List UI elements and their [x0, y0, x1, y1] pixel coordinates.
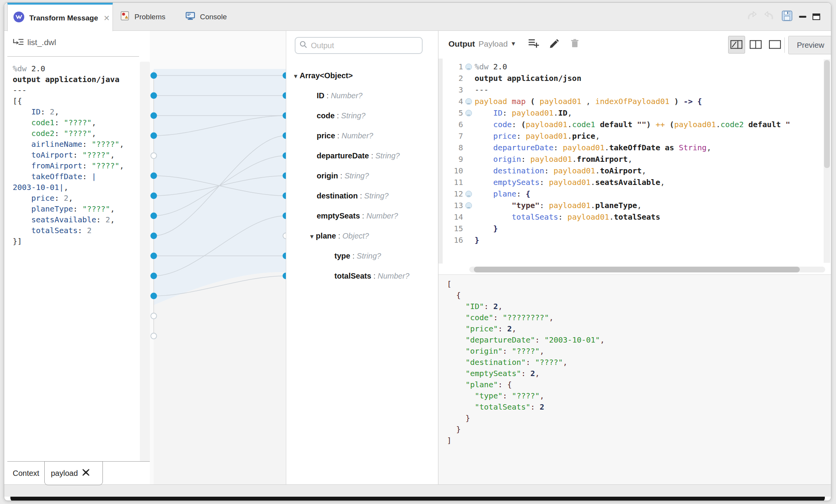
- mapping-port-left-code2[interactable]: [151, 133, 157, 139]
- editor-line: 5 ID: payload01.ID,: [438, 107, 824, 119]
- maximize-icon[interactable]: [812, 13, 820, 20]
- editor-line: 4payload map ( payload01 , indexOfPayloa…: [438, 96, 824, 107]
- payload-selector[interactable]: Payload: [478, 39, 508, 49]
- chevron-down-icon[interactable]: ▾: [512, 39, 515, 48]
- tree-key: type: [334, 252, 350, 260]
- tree-row-id[interactable]: ID : Number?: [286, 86, 436, 106]
- mapping-port-left-unmapped-2[interactable]: [151, 333, 157, 339]
- horizontal-scrollbar[interactable]: [469, 267, 825, 272]
- scrollbar-thumb[interactable]: [824, 60, 830, 168]
- source-line: ID: 2,: [13, 106, 140, 117]
- tree-row-departuredate[interactable]: departureDate : String?: [286, 146, 436, 166]
- token: .: [554, 108, 558, 118]
- token: "type": [475, 391, 502, 400]
- tree-key: origin: [317, 171, 338, 180]
- token: }: [493, 224, 498, 233]
- tree-key: code: [317, 111, 335, 120]
- token: "????": [82, 150, 110, 160]
- tree-row-plane[interactable]: ▼plane : Object?: [286, 226, 436, 246]
- token: [13, 118, 31, 127]
- tree-row-origin[interactable]: origin : String?: [286, 166, 436, 186]
- token: ,: [110, 204, 115, 213]
- token: ,: [110, 215, 115, 224]
- mapping-port-left-unmapped-1[interactable]: [151, 313, 157, 319]
- token: "plane": [465, 380, 498, 389]
- mapping-port-left-ID[interactable]: [151, 92, 157, 99]
- tree-row-destination[interactable]: destination : String?: [286, 186, 436, 206]
- fold-spacer: [465, 84, 475, 96]
- tree-search-input[interactable]: Output: [295, 37, 423, 54]
- token: :: [521, 369, 530, 378]
- tree-row-emptyseats[interactable]: emptySeats : Number?: [286, 206, 436, 226]
- expander-icon[interactable]: ▼: [293, 73, 299, 79]
- fold-toggle-icon[interactable]: [465, 188, 475, 200]
- tab-payload[interactable]: payload: [44, 461, 103, 485]
- tab-problems[interactable]: Problems: [117, 3, 165, 31]
- source-scrollbar[interactable]: [140, 62, 150, 462]
- editor-lines: 1%dw 2.02output application/json3---4pay…: [438, 61, 824, 246]
- token: as: [665, 143, 674, 152]
- expander-icon[interactable]: ▼: [309, 233, 315, 240]
- redo-icon[interactable]: [764, 10, 775, 23]
- view-single-button[interactable]: [767, 36, 784, 54]
- token: [475, 143, 493, 152]
- token: code2: [31, 129, 54, 138]
- token: ,: [69, 193, 73, 203]
- mapping-port-left-planeType[interactable]: [151, 253, 157, 259]
- mapping-port-left-seatsAvailable[interactable]: [151, 273, 157, 279]
- token: output: [13, 75, 40, 84]
- scrollbar-thumb[interactable]: [474, 267, 800, 272]
- token: "origin": [465, 346, 502, 356]
- source-code-editor[interactable]: %dw 2.0output application/java---[{ ID: …: [13, 63, 140, 247]
- mapping-canvas[interactable]: [150, 31, 286, 484]
- minimize-icon[interactable]: [799, 16, 806, 18]
- token: 2: [50, 107, 54, 116]
- tab-console[interactable]: Console: [182, 3, 227, 31]
- mapping-port-left-toAirport[interactable]: [151, 173, 157, 179]
- fold-toggle-icon[interactable]: [465, 200, 475, 211]
- mapping-port-left-totalSeats[interactable]: [151, 293, 157, 299]
- fold-toggle-icon[interactable]: [465, 107, 475, 119]
- tab-context[interactable]: Context: [13, 463, 39, 483]
- mapping-port-left-airlineName[interactable]: [151, 153, 157, 159]
- token: [447, 380, 465, 389]
- view-split-button[interactable]: [747, 36, 764, 54]
- divider: [784, 37, 785, 53]
- undo-icon[interactable]: [746, 10, 757, 23]
- close-icon[interactable]: ✕: [103, 13, 110, 23]
- mapping-port-left-root[interactable]: [151, 72, 157, 79]
- preview-line: {: [447, 290, 604, 301]
- tree-row-type[interactable]: type : String?: [286, 246, 436, 266]
- mapping-port-left-fromAirport[interactable]: [151, 193, 157, 199]
- token: [475, 212, 512, 222]
- tree-row-price[interactable]: price : Number?: [286, 126, 436, 146]
- token: application/java: [40, 75, 119, 84]
- vertical-scrollbar[interactable]: [824, 59, 830, 263]
- token: ,: [64, 183, 68, 192]
- tab-transform-message[interactable]: Transform Message ✕: [7, 3, 113, 31]
- token: ,: [498, 302, 502, 311]
- fold-toggle-icon[interactable]: [465, 61, 475, 72]
- add-transform-icon[interactable]: [528, 38, 539, 51]
- tree-row-code[interactable]: code : String?: [286, 106, 436, 126]
- mapping-port-left-takeOffDate[interactable]: [151, 213, 157, 219]
- mapping-port-left-code1[interactable]: [151, 113, 157, 119]
- token: ,: [567, 108, 572, 118]
- token: {: [525, 189, 530, 198]
- tree-row-arrayobject[interactable]: ▼Array<Object>: [286, 66, 436, 86]
- preview-line: "totalSeats": 2: [447, 402, 604, 413]
- token: ,: [540, 346, 544, 356]
- mapping-port-left-price[interactable]: [151, 233, 157, 239]
- delete-icon[interactable]: [569, 38, 580, 50]
- studio-window: Problems Console Transform Message ✕: [4, 2, 831, 501]
- editor-code: payload map ( payload01 , indexOfPayload…: [475, 96, 824, 107]
- tree-row-totalseats[interactable]: totalSeats : Number?: [286, 266, 436, 286]
- token: ): [646, 120, 651, 129]
- token: [475, 120, 493, 129]
- fold-toggle-icon[interactable]: [465, 96, 475, 107]
- edit-icon[interactable]: [549, 38, 560, 51]
- view-source-only-button[interactable]: [728, 36, 745, 54]
- preview-button[interactable]: Preview: [788, 36, 831, 54]
- dataweave-code-editor[interactable]: 1%dw 2.02output application/json3---4pay…: [438, 59, 824, 264]
- save-icon[interactable]: [781, 10, 793, 23]
